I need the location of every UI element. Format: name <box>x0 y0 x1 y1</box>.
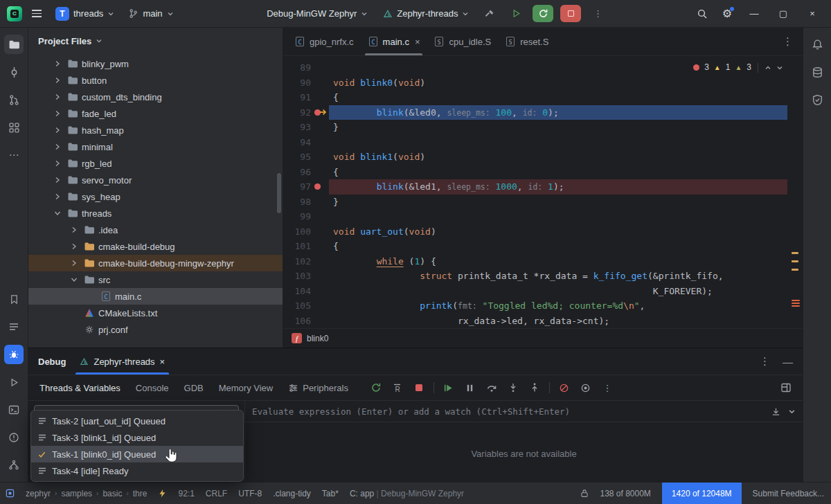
project-tool-button[interactable] <box>0 30 28 58</box>
indent-style[interactable]: Tab* <box>322 489 339 498</box>
code-line[interactable]: 104 K_FOREVER); <box>283 284 803 299</box>
tool-tab-console[interactable]: Console <box>136 383 169 393</box>
rerun-debug-button[interactable] <box>533 5 553 22</box>
tree-chevron-icon[interactable] <box>52 110 63 117</box>
notifications-tool-button[interactable] <box>803 30 831 58</box>
tab-cpu_idle.S[interactable]: Scpu_idle.S <box>427 28 498 55</box>
commit-tool-button[interactable] <box>0 58 28 86</box>
tree-chevron-icon[interactable] <box>69 276 80 283</box>
window-maximize-button[interactable]: ▢ <box>771 4 795 24</box>
terminal-tool-button[interactable] <box>0 396 28 424</box>
code-line[interactable]: 97 blink(&led1, sleep_ms: 1000, id: 1); <box>283 179 803 195</box>
cmake-run-config[interactable]: C: app | Debug-MinGW Zephyr <box>350 489 464 498</box>
code-line[interactable]: 95void blink1(void) <box>283 150 803 165</box>
tree-chevron-icon[interactable] <box>52 60 63 67</box>
project-panel-header[interactable]: Project Files <box>28 28 283 54</box>
run-tool-button[interactable] <box>0 368 28 396</box>
debug-session-tab[interactable]: Zephyr-threads × <box>75 348 169 375</box>
caret-position[interactable]: 92:1 <box>178 489 194 498</box>
thread-option[interactable]: Task-4 [idle] Ready <box>31 462 243 479</box>
code-area[interactable]: 8990void blink0(void)91{92 blink(&led0, … <box>283 56 803 328</box>
tool-tab-memory-view[interactable]: Memory View <box>219 383 274 393</box>
feedback-link[interactable]: Submit Feedback... <box>753 489 824 498</box>
lock-icon[interactable] <box>580 489 589 498</box>
code-line[interactable]: 96{ <box>283 165 803 180</box>
database-tool-button[interactable] <box>803 58 831 86</box>
next-problem-button[interactable] <box>776 64 783 71</box>
step-over-button[interactable] <box>485 381 499 395</box>
step-out-button[interactable] <box>528 381 542 395</box>
tree-item[interactable]: Cmain.c <box>28 288 283 305</box>
window-minimize-button[interactable]: — <box>742 4 766 24</box>
mute-breakpoints-button[interactable] <box>579 381 593 395</box>
stop-session-button[interactable] <box>412 381 426 395</box>
error-stripe[interactable] <box>792 56 798 328</box>
run-config-selector[interactable]: Zephyr-threads <box>379 6 473 21</box>
tree-item[interactable]: servo_motor <box>28 172 283 188</box>
code-line[interactable]: 98} <box>283 195 803 210</box>
hide-panel-button[interactable]: — <box>783 356 793 368</box>
tree-item[interactable]: minimal <box>28 138 283 155</box>
tree-item[interactable]: prj.conf <box>28 321 283 338</box>
inspections-widget[interactable]: 3 ▲1 ▲3 <box>693 60 783 75</box>
tree-chevron-icon[interactable] <box>52 177 63 183</box>
window-close-button[interactable]: × <box>801 4 824 24</box>
evaluate-input[interactable]: Evaluate expression (Enter) or add a wat… <box>252 406 764 417</box>
project-scrollbar[interactable] <box>277 173 281 213</box>
tree-chevron-icon[interactable] <box>52 93 63 100</box>
code-line[interactable]: 102 while (1) { <box>283 254 803 269</box>
thread-option[interactable]: Task-2 [uart_out_id] Queued <box>31 413 243 429</box>
status-crumb[interactable]: samples <box>61 489 92 498</box>
evaluate-bar[interactable]: Evaluate expression (Enter) or add a wat… <box>245 401 803 422</box>
tab-main.c[interactable]: Cmain.c× <box>361 28 427 55</box>
tree-item[interactable]: threads <box>28 205 283 222</box>
tree-item[interactable]: .idea <box>28 222 283 238</box>
cmake-profile-selector[interactable]: Debug-MinGW Zephyr <box>262 6 372 21</box>
main-menu-button[interactable] <box>28 5 46 23</box>
tree-chevron-icon[interactable] <box>52 77 63 84</box>
tab-reset.S[interactable]: Sreset.S <box>498 28 555 55</box>
view-breakpoints-button[interactable] <box>557 381 571 395</box>
close-icon[interactable]: × <box>160 357 166 367</box>
line-ending[interactable]: CRLF <box>206 489 227 498</box>
tree-item[interactable]: cmake-build-debug-mingw-zephyr <box>28 255 283 271</box>
tree-chevron-icon[interactable] <box>69 226 80 233</box>
status-crumb[interactable]: basic <box>102 489 122 498</box>
tool-tab-gdb[interactable]: GDB <box>184 383 204 393</box>
code-line[interactable]: 105 printk(fmt: "Toggled led%d; counter=… <box>283 298 803 314</box>
code-line[interactable]: 91{ <box>283 90 803 105</box>
dependencies-tool-button[interactable] <box>803 86 831 114</box>
problems-tool-button[interactable] <box>0 424 28 451</box>
vcs-tool-button[interactable] <box>0 451 28 479</box>
file-encoding[interactable]: UTF-8 <box>238 489 262 498</box>
tree-chevron-icon[interactable] <box>52 193 63 200</box>
tab-gpio_nrfx.c[interactable]: Cgpio_nrfx.c <box>287 28 361 55</box>
memory-indicator[interactable]: 1420 of 12048M <box>662 483 742 504</box>
analyzer-status[interactable]: .clang-tidy <box>273 489 311 498</box>
pause-button[interactable] <box>463 381 477 395</box>
tool-tab-threads-variables[interactable]: Threads & Variables <box>39 383 120 393</box>
tree-item[interactable]: cmake-build-debug <box>28 238 283 255</box>
tree-item[interactable]: fade_led <box>28 105 283 122</box>
structure-tool-button[interactable] <box>0 114 28 141</box>
thread-option[interactable]: Task-3 [blink1_id] Queued <box>31 429 243 446</box>
debug-tool-button[interactable] <box>0 341 28 368</box>
tree-chevron-icon[interactable] <box>52 160 63 167</box>
project-selector[interactable]: T threads <box>51 5 118 23</box>
tree-item[interactable]: custom_dts_binding <box>28 89 283 105</box>
status-crumb[interactable]: thre <box>133 489 148 498</box>
layout-settings-button[interactable] <box>780 382 792 393</box>
branch-selector[interactable]: main <box>124 6 177 21</box>
tree-item[interactable]: src <box>28 271 283 288</box>
code-line[interactable]: 106 rx_data->led, rx_data->cnt); <box>283 314 803 329</box>
settings-button[interactable]: ⚙ <box>717 5 737 23</box>
tree-item[interactable]: rgb_led <box>28 155 283 172</box>
code-line[interactable]: 90void blink0(void) <box>283 75 803 91</box>
bookmarks-tool-button[interactable] <box>0 285 28 313</box>
prev-problem-button[interactable] <box>765 64 771 71</box>
code-line[interactable]: 93} <box>283 120 803 135</box>
tree-item[interactable]: hash_map <box>28 122 283 138</box>
tree-chevron-icon[interactable] <box>69 243 80 250</box>
tree-item[interactable]: button <box>28 72 283 89</box>
build-button[interactable] <box>480 5 499 23</box>
